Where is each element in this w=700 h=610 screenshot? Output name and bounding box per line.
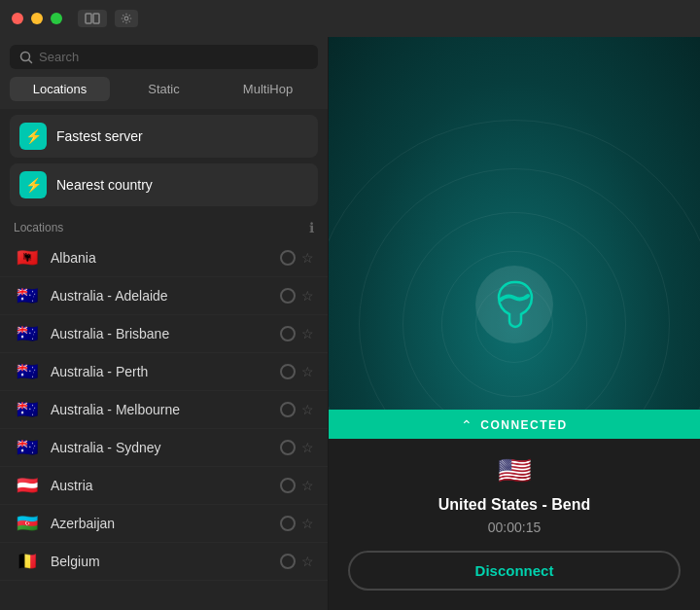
favorite-star[interactable]: ☆ <box>301 326 314 341</box>
location-actions: ☆ <box>280 440 314 455</box>
info-icon[interactable]: ℹ <box>309 220 314 235</box>
location-name: Australia - Melbourne <box>51 402 270 417</box>
favorite-star[interactable]: ☆ <box>301 288 314 304</box>
location-name: Austria <box>51 478 270 493</box>
tab-multihop[interactable]: MultiHop <box>218 77 318 101</box>
location-actions: ☆ <box>280 364 314 379</box>
tab-bar: Locations Static MultiHop <box>0 77 328 109</box>
search-input[interactable] <box>39 50 308 64</box>
location-actions: ☆ <box>280 250 314 266</box>
app-logo <box>475 266 553 343</box>
location-actions: ☆ <box>280 288 314 304</box>
location-actions: ☆ <box>280 478 314 493</box>
tab-static[interactable]: Static <box>114 77 214 101</box>
favorite-star[interactable]: ☆ <box>301 402 314 417</box>
location-name: Australia - Sydney <box>51 440 270 455</box>
status-timer: 00:00:15 <box>488 520 542 535</box>
connected-label: CONNECTED <box>480 418 568 432</box>
location-list: 🇦🇱 Albania ☆ 🇦🇺 Australia - Adelaide ☆ 🇦… <box>0 239 328 610</box>
select-radio[interactable] <box>280 288 296 304</box>
status-location: United States - Bend <box>438 496 590 514</box>
bolt-icon-2: ⚡ <box>19 171 47 198</box>
flag-azerbaijan: 🇦🇿 <box>14 514 41 533</box>
select-radio[interactable] <box>280 478 296 493</box>
search-input-wrap[interactable] <box>10 45 318 69</box>
disconnect-button[interactable]: Disconnect <box>348 551 681 591</box>
flag-au-sydney: 🇦🇺 <box>14 438 41 457</box>
status-flag: 🇺🇸 <box>498 454 532 486</box>
location-actions: ☆ <box>280 554 314 569</box>
select-radio[interactable] <box>280 440 296 455</box>
location-actions: ☆ <box>280 326 314 341</box>
select-radio[interactable] <box>280 250 296 266</box>
location-name: Belgium <box>51 554 270 569</box>
location-name: Azerbaijan <box>51 516 270 531</box>
locations-section-label: Locations <box>14 221 63 234</box>
location-name: Australia - Brisbane <box>51 326 270 341</box>
connected-panel: ⌃ CONNECTED 🇺🇸 United States - Bend 00:0… <box>329 410 700 610</box>
list-item[interactable]: 🇦🇺 Australia - Melbourne ☆ <box>0 391 328 429</box>
locations-header: Locations ℹ <box>0 212 328 239</box>
flag-au-melbourne: 🇦🇺 <box>14 400 41 419</box>
list-item[interactable]: 🇦🇹 Austria ☆ <box>0 467 328 505</box>
list-item[interactable]: 🇦🇿 Azerbaijan ☆ <box>0 505 328 543</box>
nearest-country-label: Nearest country <box>56 177 153 193</box>
flag-au-brisbane: 🇦🇺 <box>14 324 41 343</box>
select-radio[interactable] <box>280 402 296 417</box>
nearest-country-item[interactable]: ⚡ Nearest country <box>10 163 318 206</box>
minimize-button[interactable] <box>31 13 43 24</box>
flag-au-perth: 🇦🇺 <box>14 362 41 381</box>
right-panel: ⌃ CONNECTED 🇺🇸 United States - Bend 00:0… <box>329 37 700 610</box>
chevron-up-icon: ⌃ <box>461 417 472 433</box>
flag-au-adelaide: 🇦🇺 <box>14 286 41 305</box>
bolt-icon: ⚡ <box>19 123 47 150</box>
location-name: Australia - Perth <box>51 364 270 379</box>
fastest-server-label: Fastest server <box>56 128 143 144</box>
special-items: ⚡ Fastest server ⚡ Nearest country <box>0 109 328 212</box>
connected-bar[interactable]: ⌃ CONNECTED <box>329 410 700 439</box>
svg-point-2 <box>124 17 128 20</box>
select-radio[interactable] <box>280 516 296 531</box>
location-actions: ☆ <box>280 402 314 417</box>
svg-rect-1 <box>93 14 99 23</box>
list-item[interactable]: 🇦🇺 Australia - Sydney ☆ <box>0 429 328 467</box>
search-bar <box>0 37 328 77</box>
window-size-button[interactable] <box>78 10 107 27</box>
main-layout: Locations Static MultiHop ⚡ Fastest serv… <box>0 37 700 610</box>
favorite-star[interactable]: ☆ <box>301 440 314 455</box>
fastest-server-item[interactable]: ⚡ Fastest server <box>10 115 318 158</box>
list-item[interactable]: 🇦🇱 Albania ☆ <box>0 239 328 277</box>
select-radio[interactable] <box>280 554 296 569</box>
tab-locations[interactable]: Locations <box>10 77 110 101</box>
select-radio[interactable] <box>280 326 296 341</box>
close-button[interactable] <box>12 13 23 24</box>
location-name: Albania <box>51 250 270 266</box>
titlebar <box>0 0 700 37</box>
flag-belgium: 🇧🇪 <box>14 552 41 571</box>
list-item[interactable]: 🇦🇺 Australia - Brisbane ☆ <box>0 315 328 353</box>
location-actions: ☆ <box>280 516 314 531</box>
favorite-star[interactable]: ☆ <box>301 478 314 493</box>
select-radio[interactable] <box>280 364 296 379</box>
flag-austria: 🇦🇹 <box>14 476 41 495</box>
list-item[interactable]: 🇦🇺 Australia - Perth ☆ <box>0 353 328 391</box>
svg-rect-0 <box>86 14 91 23</box>
favorite-star[interactable]: ☆ <box>301 250 314 266</box>
favorite-star[interactable]: ☆ <box>301 364 314 379</box>
maximize-button[interactable] <box>51 13 62 24</box>
status-card: 🇺🇸 United States - Bend 00:00:15 Disconn… <box>329 439 700 610</box>
search-icon <box>19 51 33 64</box>
surfshark-logo-icon <box>493 278 536 331</box>
favorite-star[interactable]: ☆ <box>301 516 314 531</box>
location-name: Australia - Adelaide <box>51 288 270 304</box>
flag-albania: 🇦🇱 <box>14 248 41 268</box>
list-item[interactable]: 🇧🇪 Belgium ☆ <box>0 543 328 581</box>
settings-button[interactable] <box>115 10 138 27</box>
logo-background <box>475 266 553 343</box>
list-item[interactable]: 🇦🇺 Australia - Adelaide ☆ <box>0 277 328 315</box>
sidebar: Locations Static MultiHop ⚡ Fastest serv… <box>0 37 329 610</box>
favorite-star[interactable]: ☆ <box>301 554 314 569</box>
